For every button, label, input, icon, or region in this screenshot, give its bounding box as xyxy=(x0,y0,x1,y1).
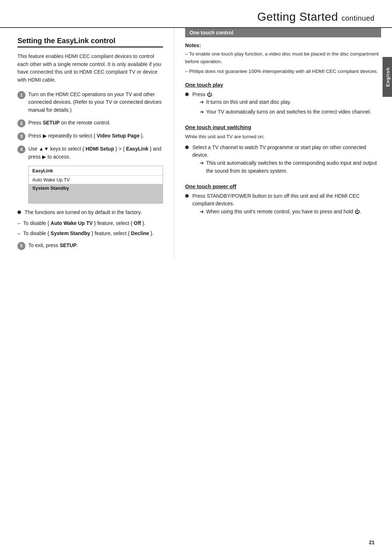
step-num-5: 5 xyxy=(17,242,25,250)
arrow-text-3: This unit automatically switches to the … xyxy=(206,159,381,175)
one-touch-play-title: One touch play xyxy=(185,82,381,88)
subsection-one-touch-play: One touch play Press ⏻. ➜ It turns on th… xyxy=(185,82,381,118)
notes-text: – To enable one touch play function, a v… xyxy=(185,50,381,75)
bullet-default-text: The functions are turned on by default i… xyxy=(25,209,142,217)
bullet-dot-play xyxy=(185,93,189,96)
step-text-4: Use ▲▼ keys to select { HDMI Setup } > {… xyxy=(28,145,163,161)
step-3: 3 Press ▶ repeatedly to select { Video S… xyxy=(17,132,163,140)
sub-bullets: – To disable { Auto Wake Up TV } feature… xyxy=(17,219,163,237)
arrow-text-1: It turns on this unit and start disc pla… xyxy=(206,98,291,106)
sidebar-tab: English xyxy=(383,57,392,97)
input-switching-bullet: Select a TV channel to watch TV programm… xyxy=(185,144,381,177)
arrow-sym-2: ➜ xyxy=(200,108,204,116)
two-col-layout: Setting the EasyLink control This featur… xyxy=(0,28,392,259)
title-text: Getting Started xyxy=(257,10,338,23)
note-2: – Philips does not guarantee 100% intero… xyxy=(185,68,381,75)
input-switching-content: Select a TV channel to watch TV programm… xyxy=(192,144,381,177)
page-container: Getting Started continued Setting the Ea… xyxy=(0,0,392,554)
section-title: Setting the EasyLink control xyxy=(17,37,163,48)
step-1: 1 Turn on the HDMI CEC operations on you… xyxy=(17,91,163,114)
power-off-text: Press STANDBY/POWER button to turn off t… xyxy=(192,193,360,207)
power-off-content: Press STANDBY/POWER button to turn off t… xyxy=(192,192,381,218)
arrow-sym-4: ➜ xyxy=(200,208,204,216)
subsection-input-switching: One touch input switching While this uni… xyxy=(185,124,381,177)
page-header: Getting Started continued xyxy=(0,0,392,28)
arrow-sym-3: ➜ xyxy=(200,159,204,167)
easylink-item-standby: System Standby xyxy=(29,184,163,192)
page-title: Getting Started continued xyxy=(257,10,375,23)
arrow-sym-1: ➜ xyxy=(200,98,204,106)
notes-section: Notes: – To enable one touch play functi… xyxy=(185,42,381,75)
bullet-default: The functions are turned on by default i… xyxy=(17,209,163,217)
bullet-section: The functions are turned on by default i… xyxy=(17,209,163,237)
arrow-1-input: ➜ This unit automatically switches to th… xyxy=(192,159,381,175)
step-text-1: Turn on the HDMI CEC operations on your … xyxy=(28,91,163,114)
input-switching-intro: While this unit and TV are turned on; xyxy=(185,133,381,141)
section-header-box: One touch control xyxy=(185,28,381,37)
arrow-text-4: When using this unit's remote control, y… xyxy=(206,208,361,216)
bullet-dot-power xyxy=(185,194,189,198)
arrow-1-play: ➜ It turns on this unit and start disc p… xyxy=(192,98,371,106)
easylink-box: EasyLink Auto Wake Up TV System Standby xyxy=(28,166,163,204)
left-column: Setting the EasyLink control This featur… xyxy=(0,28,174,259)
note-1: – To enable one touch play function, a v… xyxy=(185,50,381,66)
step-num-3: 3 xyxy=(17,132,25,140)
bullet-dot xyxy=(17,210,21,214)
step-num-2: 2 xyxy=(17,119,25,127)
bullet-dot-input xyxy=(185,145,189,149)
step-text-3: Press ▶ repeatedly to select { Video Set… xyxy=(28,132,163,140)
intro-text: This feature enables HDMI CEC compliant … xyxy=(17,53,163,84)
one-touch-play-content: Press ⏻. ➜ It turns on this unit and sta… xyxy=(192,91,371,118)
input-switching-text: Select a TV channel to watch TV programm… xyxy=(192,144,366,158)
step-text-2: Press SETUP on the remote control. xyxy=(28,119,163,127)
sub-dash-2: – xyxy=(17,230,20,238)
step-num-1: 1 xyxy=(17,91,25,99)
sub-bullet-2: – To disable { System Standby } feature,… xyxy=(17,230,163,238)
step-num-4: 4 xyxy=(17,145,25,153)
press-power-text: Press ⏻. xyxy=(192,91,213,97)
easylink-item-autowake: Auto Wake Up TV xyxy=(29,176,163,184)
right-column: English One touch control Notes: – To en… xyxy=(174,28,392,259)
continued-text: continued xyxy=(342,14,375,22)
arrow-2-play: ➜ Your TV automatically turns on and swi… xyxy=(192,108,371,116)
page-number: 21 xyxy=(369,539,375,545)
subsection-power-off: One touch power off Press STANDBY/POWER … xyxy=(185,184,381,218)
step-5: 5 To exit, press SETUP. xyxy=(17,242,163,250)
step-2: 2 Press SETUP on the remote control. xyxy=(17,119,163,127)
easylink-bottom xyxy=(29,192,163,203)
input-switching-title: One touch input switching xyxy=(185,124,381,130)
one-touch-play-bullet: Press ⏻. ➜ It turns on this unit and sta… xyxy=(185,91,381,118)
notes-title: Notes: xyxy=(185,42,381,48)
power-off-title: One touch power off xyxy=(185,184,381,189)
power-off-bullet: Press STANDBY/POWER button to turn off t… xyxy=(185,192,381,218)
sub-bullet-1: – To disable { Auto Wake Up TV } feature… xyxy=(17,219,163,227)
sub-dash-1: – xyxy=(17,219,20,227)
sub-bullet-text-2: To disable { System Standby } feature, s… xyxy=(23,230,154,238)
easylink-header: EasyLink xyxy=(29,166,163,176)
step-4: 4 Use ▲▼ keys to select { HDMI Setup } >… xyxy=(17,145,163,161)
arrow-text-2: Your TV automatically turns on and switc… xyxy=(206,108,371,116)
sub-bullet-text-1: To disable { Auto Wake Up TV } feature, … xyxy=(23,219,146,227)
step-text-5: To exit, press SETUP. xyxy=(28,242,163,250)
arrow-1-power: ➜ When using this unit's remote control,… xyxy=(192,208,381,216)
